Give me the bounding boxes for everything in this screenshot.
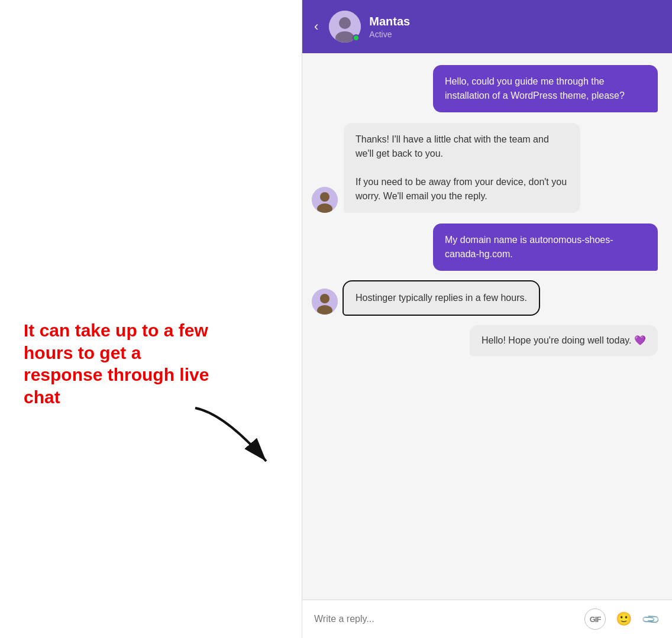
bubble-received-1-text: Thanks! I'll have a little chat with the… [356,134,567,201]
svg-point-5 [320,192,329,202]
svg-point-2 [339,17,351,29]
message-received-1: Thanks! I'll have a little chat with the… [312,123,663,213]
svg-point-8 [320,294,329,303]
chat-panel: ‹ Mantas Active Hello, could you guide m… [302,0,672,638]
chat-header: ‹ Mantas Active [302,0,672,53]
status-indicator [353,34,360,41]
contact-info: Mantas Active [369,15,410,39]
bubble-received-2-highlighted: Hostinger typically replies in a few hou… [344,281,539,315]
sender-avatar-1 [312,187,338,213]
sender-avatar-2 [312,289,338,315]
back-button[interactable]: ‹ [314,20,318,33]
message-sent-2: My domain name is autonomous-shoes-canad… [312,224,663,271]
message-partial: Hello! Hope you're doing well today. 💜 [312,325,663,356]
gif-button[interactable]: GIF [584,608,606,630]
chat-input-area: GIF 🙂 📎 [302,600,672,638]
messages-area[interactable]: Hello, could you guide me through the in… [302,53,672,600]
reply-input[interactable] [314,614,576,624]
annotation-text: It can take up to a few hours to get a r… [24,319,213,408]
message-sent-1: Hello, could you guide me through the in… [312,65,663,112]
message-received-2: Hostinger typically replies in a few hou… [312,281,663,315]
contact-name: Mantas [369,15,410,28]
contact-status: Active [369,30,410,39]
annotation-area: It can take up to a few hours to get a r… [0,0,302,638]
bubble-sent-2: My domain name is autonomous-shoes-canad… [433,224,658,271]
arrow-graphic [177,402,296,473]
bubble-received-1: Thanks! I'll have a little chat with the… [344,123,580,213]
bubble-sent-1: Hello, could you guide me through the in… [433,65,658,112]
contact-avatar-wrapper [329,11,361,43]
attach-button[interactable]: 📎 [637,605,664,632]
bubble-partial: Hello! Hope you're doing well today. 💜 [470,325,658,356]
emoji-button[interactable]: 🙂 [614,610,633,629]
